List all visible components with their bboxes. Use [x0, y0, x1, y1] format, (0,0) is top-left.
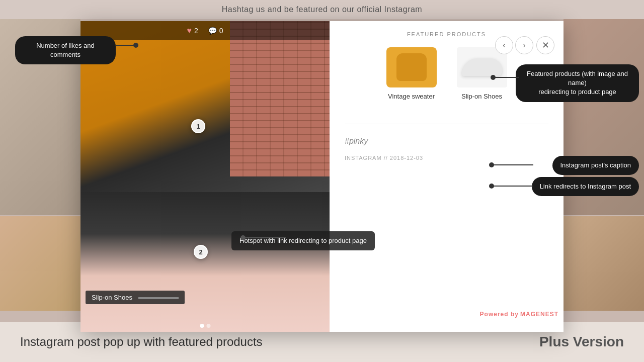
- gallery-right-bottom: [564, 216, 644, 311]
- powered-by: Powered by MAGENEST: [480, 311, 558, 318]
- dot-2: [206, 324, 210, 328]
- slipon-label: Slip-on Shoes: [86, 291, 185, 304]
- next-icon: ›: [523, 41, 525, 50]
- info-section: #pinky INSTAGRAM // 2018-12-03: [330, 129, 564, 168]
- slipon-tooltip-text: Slip-on Shoes: [92, 294, 132, 301]
- modal-image-panel: ♥ 2 💬 0 1 2 Slip-on Shoes: [80, 21, 330, 332]
- connector-dot-featured: [491, 75, 496, 80]
- dot-indicator: [200, 324, 210, 328]
- dot-1: [200, 324, 204, 328]
- hashtag-text: Hashtag us and be featured on our offici…: [222, 5, 422, 14]
- divider: [345, 124, 548, 124]
- annotation-featured-text: Featured products (with image and name)r…: [527, 70, 628, 96]
- comment-count-stat: 💬 0: [208, 27, 223, 35]
- hotspot-1-label: 1: [196, 123, 200, 130]
- featured-title: FEATURED PRODUCTS: [345, 31, 548, 37]
- connector-line-caption: [493, 164, 533, 165]
- close-icon: ✕: [542, 40, 549, 51]
- connector-dot-likes: [133, 43, 138, 48]
- annotation-likes-text: Number of likes and comments: [36, 42, 95, 58]
- connector-line-featured: [494, 77, 519, 78]
- ig-link-row: INSTAGRAM // 2018-12-03: [345, 155, 548, 161]
- bottom-title: Instagram post pop up with featured prod…: [20, 335, 263, 349]
- powered-by-text: Powered by: [480, 311, 519, 318]
- annotation-caption: Instagram post's caption: [552, 156, 639, 175]
- caption-text: #pinky: [345, 137, 368, 146]
- hashtag-bar: Hashtag us and be featured on our offici…: [0, 0, 644, 19]
- annotation-link: Link redirects to Instagram post: [532, 177, 639, 196]
- connector-dot-hotspot: [240, 235, 246, 240]
- connector-dot-caption: [489, 162, 494, 167]
- prev-icon: ‹: [503, 41, 505, 50]
- comment-icon: 💬: [208, 27, 217, 35]
- connector-line-hotspot: [243, 237, 286, 238]
- next-button[interactable]: ›: [515, 36, 533, 54]
- gallery-left-bottom: [0, 216, 80, 311]
- shoes-image: [457, 47, 507, 87]
- lower-area: [80, 192, 330, 332]
- like-count-stat: ♥ 2: [187, 26, 198, 35]
- hotspot-2[interactable]: 2: [194, 245, 208, 259]
- annotation-link-text: Link redirects to Instagram post: [540, 183, 631, 190]
- likes-bar: ♥ 2 💬 0: [80, 21, 330, 40]
- annotation-hotspot: Hotspot with link redirecting to product…: [231, 231, 375, 250]
- caption-row: #pinky: [345, 137, 548, 146]
- annotation-likes: Number of likes and comments: [15, 36, 116, 64]
- modal-overlay: ♥ 2 💬 0 1 2 Slip-on Shoes: [80, 21, 564, 332]
- comment-count: 0: [219, 27, 223, 35]
- plus-version: Plus Version: [539, 334, 624, 350]
- annotation-caption-text: Instagram post's caption: [560, 161, 631, 169]
- close-button[interactable]: ✕: [536, 36, 554, 54]
- brick-wall: [230, 21, 330, 176]
- powered-brand: MAGENEST: [520, 311, 558, 318]
- sweater-image: [386, 47, 437, 87]
- like-count: 2: [194, 27, 198, 35]
- product-img-shoes: [457, 47, 507, 87]
- product-card-sweater[interactable]: Vintage sweater: [381, 47, 442, 101]
- heart-icon: ♥: [187, 26, 192, 35]
- product-card-shoes[interactable]: Slip-on Shoes: [452, 47, 512, 101]
- prev-button[interactable]: ‹: [495, 36, 513, 54]
- connector-line-iglink: [493, 186, 533, 187]
- ig-link-text: INSTAGRAM // 2018-12-03: [345, 155, 423, 161]
- connector-line-likes: [116, 45, 136, 46]
- sweater-shape: [396, 53, 427, 81]
- product-name-sweater: Vintage sweater: [388, 93, 435, 101]
- hotspot-2-label: 2: [199, 248, 202, 256]
- product-img-sweater: [386, 47, 437, 87]
- annotation-featured: Featured products (with image and name)r…: [516, 64, 639, 102]
- photo-content: 1 2 Slip-on Shoes: [80, 21, 330, 332]
- connector-dot-iglink: [489, 184, 494, 189]
- hotspot-1[interactable]: 1: [191, 119, 205, 133]
- shoe-shape: [462, 58, 502, 76]
- product-name-shoes: Slip-on Shoes: [461, 93, 502, 101]
